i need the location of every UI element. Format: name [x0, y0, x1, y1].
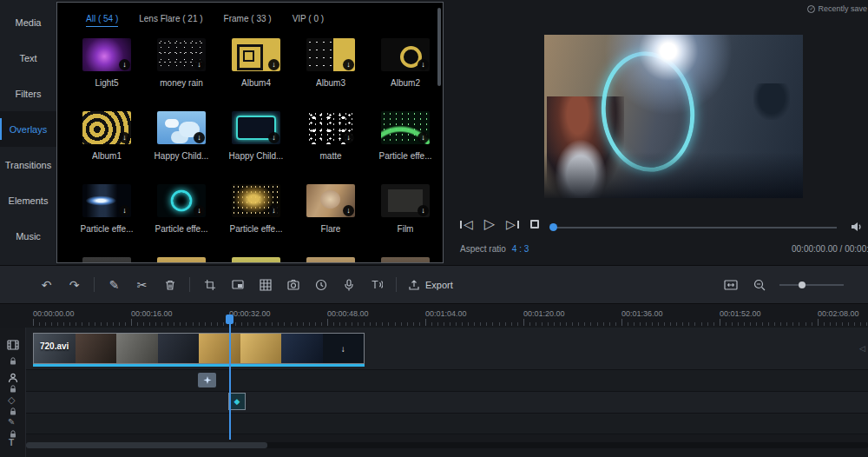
overlay-thumbnail[interactable]: ↓ — [157, 184, 206, 217]
overlay-item[interactable] — [293, 251, 368, 263]
overlay-thumbnail[interactable]: ↓ — [82, 38, 131, 71]
lock-icon[interactable] — [10, 357, 16, 365]
overlay-item[interactable] — [219, 251, 293, 263]
timeline-ruler[interactable]: 00:00:00.00 00:00:16.00 00:00:32.00 00:0… — [0, 305, 868, 328]
preview-seek-handle[interactable] — [549, 223, 557, 231]
overlay-item[interactable]: ↓ Particle effe... — [219, 178, 293, 251]
preview-seekbar[interactable] — [552, 227, 837, 228]
overlay-item[interactable]: ↓ money rain — [144, 32, 219, 105]
timeline-video-clip[interactable]: ↓ — [33, 333, 365, 364]
overlay-thumbnail[interactable]: ↓ — [157, 111, 206, 144]
duration-clock-button[interactable] — [312, 276, 329, 294]
overlay-thumbnail[interactable]: ↓ — [157, 38, 206, 71]
fit-timeline-button[interactable] — [722, 276, 739, 294]
download-icon[interactable]: ↓ — [418, 205, 429, 216]
download-icon[interactable]: ↓ — [194, 205, 205, 216]
download-icon[interactable]: ↓ — [268, 132, 279, 143]
tab-vip[interactable]: VIP ( 0 ) — [293, 14, 325, 27]
collapse-track-arrow[interactable]: ◁ — [859, 344, 865, 353]
overlay-thumbnail[interactable]: ↓ — [306, 38, 355, 71]
download-icon[interactable]: ↓ — [418, 132, 429, 143]
play-button[interactable]: ▷ — [484, 217, 495, 231]
zoom-out-button[interactable] — [751, 276, 767, 294]
playhead-handle[interactable] — [226, 315, 233, 324]
sidebar-item-transitions[interactable]: Transitions — [0, 147, 56, 182]
lock-icon[interactable] — [10, 407, 16, 415]
overlay-thumbnail[interactable]: ↓ — [232, 111, 280, 144]
overlay-thumbnail[interactable]: ↓ — [232, 184, 280, 217]
sidebar-item-filters[interactable]: Filters — [0, 76, 56, 111]
overlay-thumbnail[interactable] — [82, 257, 131, 263]
crop-button[interactable] — [201, 276, 218, 294]
overlay-thumbnail[interactable]: ↓ — [381, 111, 430, 144]
overlay-item[interactable]: ↓ Particle effe... — [368, 105, 443, 178]
sidebar-item-media[interactable]: Media — [0, 4, 56, 40]
overlay-item[interactable] — [368, 251, 443, 263]
overlay-item[interactable]: ↓ Album2 — [368, 32, 443, 105]
timeline-effect-clip[interactable]: ◆ — [228, 393, 246, 410]
sidebar-item-elements[interactable]: Elements — [0, 182, 56, 218]
record-voiceover-button[interactable] — [340, 276, 357, 294]
overlay-thumbnail[interactable]: ↓ — [306, 111, 355, 144]
export-button[interactable]: Export — [408, 279, 453, 291]
picture-in-picture-button[interactable] — [229, 276, 246, 294]
overlay-thumbnail[interactable] — [381, 257, 430, 263]
snapshot-button[interactable] — [285, 276, 301, 294]
download-icon[interactable]: ↓ — [343, 59, 354, 70]
timeline-zoom-knob[interactable] — [799, 281, 806, 288]
overlay-item[interactable]: ↓ matte — [293, 105, 368, 178]
overlay-thumbnail[interactable]: ↓ — [381, 38, 430, 71]
timeline-pip-clip[interactable] — [198, 373, 216, 387]
overlay-thumbnail[interactable]: ↓ — [82, 111, 131, 144]
download-icon[interactable]: ↓ — [343, 132, 354, 143]
text-to-speech-button[interactable] — [368, 276, 385, 294]
volume-icon[interactable] — [850, 221, 863, 236]
overlay-item[interactable]: ↓ Light5 — [69, 32, 144, 105]
overlay-thumbnail[interactable] — [157, 257, 206, 263]
lock-icon[interactable] — [10, 430, 16, 438]
tab-lens-flare[interactable]: Lens Flare ( 21 ) — [139, 14, 202, 27]
previous-frame-button[interactable]: ◁ — [460, 218, 473, 230]
overlay-item[interactable]: ↓ Particle effe... — [144, 178, 219, 251]
overlay-thumbnail[interactable] — [232, 257, 280, 263]
overlay-item[interactable]: ↓ Happy Child... — [144, 105, 219, 178]
aspect-ratio-value[interactable]: 4 : 3 — [512, 244, 529, 254]
overlay-item[interactable]: ↓ Album1 — [69, 105, 144, 178]
download-icon[interactable]: ↓ — [119, 59, 130, 70]
overlay-thumbnail[interactable]: ↓ — [82, 184, 131, 217]
overlay-item[interactable] — [144, 251, 219, 263]
overlay-item[interactable]: ↓ Happy Child... — [219, 105, 293, 178]
sidebar-item-music[interactable]: Music — [0, 218, 56, 254]
download-icon[interactable]: ↓ — [268, 205, 279, 216]
overlay-thumbnail[interactable]: ↓ — [306, 184, 355, 217]
split-scissors-button[interactable]: ✂ — [134, 276, 150, 294]
overlay-item[interactable]: ↓ Flare — [293, 178, 368, 251]
redo-button[interactable]: ↷ — [66, 276, 82, 294]
overlay-thumbnail[interactable]: ↓ — [381, 184, 430, 217]
overlay-item[interactable]: ↓ Album4 — [219, 32, 293, 105]
sidebar-item-text[interactable]: Text — [0, 40, 56, 76]
overlay-item[interactable]: ↓ Particle effe... — [69, 178, 144, 251]
overlay-item[interactable]: ↓ Film — [368, 178, 443, 251]
delete-button[interactable] — [161, 276, 178, 294]
tab-frame[interactable]: Frame ( 33 ) — [224, 14, 272, 27]
overlay-item[interactable] — [69, 251, 144, 263]
download-icon[interactable]: ↓ — [194, 132, 205, 143]
playhead[interactable] — [229, 316, 231, 440]
download-icon[interactable]: ↓ — [268, 59, 279, 70]
edit-button[interactable]: ✎ — [106, 276, 122, 294]
download-icon[interactable]: ↓ — [418, 59, 429, 70]
panel-scrollbar[interactable] — [437, 8, 441, 86]
mosaic-button[interactable] — [257, 276, 273, 294]
lock-icon[interactable] — [10, 385, 16, 393]
timeline-hscrollbar-thumb[interactable] — [26, 442, 267, 448]
overlay-item[interactable]: ↓ Album3 — [293, 32, 368, 105]
download-icon[interactable]: ↓ — [119, 205, 130, 216]
overlay-thumbnail[interactable]: ↓ — [232, 38, 280, 71]
download-icon[interactable]: ↓ — [194, 59, 205, 70]
next-frame-button[interactable]: ▷ — [506, 218, 519, 230]
download-icon[interactable]: ↓ — [119, 132, 130, 143]
tab-all[interactable]: All ( 54 ) — [86, 14, 118, 27]
overlay-thumbnail[interactable] — [306, 257, 355, 263]
timeline-zoom-slider[interactable] — [779, 284, 844, 286]
